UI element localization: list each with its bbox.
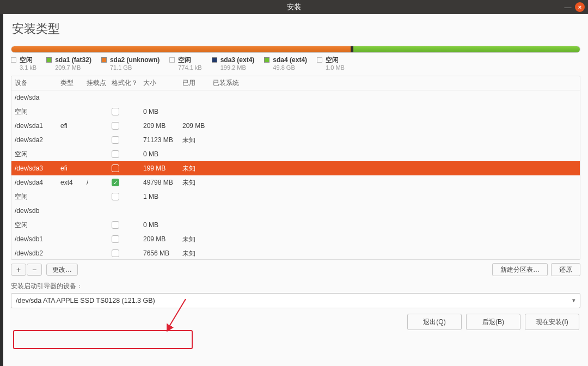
quit-button[interactable]: 退出(Q) bbox=[407, 314, 462, 330]
col-device[interactable]: 设备 bbox=[15, 78, 60, 88]
cell-used: 未知 bbox=[182, 235, 213, 244]
table-body[interactable]: /dev/sda空闲0 MB/dev/sda1efi209 MB209 MB/d… bbox=[11, 90, 580, 259]
legend-item: 空闲774.1 kB bbox=[169, 56, 201, 71]
partition-row[interactable]: /dev/sda271123 MB未知 bbox=[11, 133, 580, 147]
change-button[interactable]: 更改… bbox=[46, 264, 78, 276]
remove-partition-button[interactable]: − bbox=[27, 264, 42, 276]
col-type[interactable]: 类型 bbox=[60, 78, 87, 88]
legend-sub: 1.0 MB bbox=[326, 64, 345, 71]
close-button[interactable]: × bbox=[575, 2, 585, 12]
legend-item: sda2 (unknown)71.1 GB bbox=[101, 56, 160, 71]
minimize-button[interactable]: — bbox=[563, 2, 573, 12]
cell-size: 209 MB bbox=[143, 235, 182, 243]
cell-size: 7656 MB bbox=[143, 249, 182, 257]
legend-swatch-icon bbox=[317, 57, 322, 63]
partition-row[interactable]: /dev/sda3efi199 MB未知 bbox=[11, 161, 580, 175]
legend-item: sda1 (fat32)209.7 MB bbox=[46, 56, 91, 71]
cell-size: 209 MB bbox=[143, 122, 182, 130]
bootloader-label: 安装启动引导器的设备： bbox=[11, 282, 580, 291]
col-size[interactable]: 大小 bbox=[143, 78, 182, 88]
chevron-down-icon: ▾ bbox=[572, 297, 575, 304]
partition-row[interactable]: 空闲0 MB bbox=[11, 105, 580, 119]
format-checkbox[interactable] bbox=[112, 108, 119, 115]
partition-row[interactable]: /dev/sdb27656 MB未知 bbox=[11, 246, 580, 259]
col-format[interactable]: 格式化？ bbox=[112, 78, 143, 88]
format-checkbox[interactable] bbox=[112, 136, 119, 144]
page-title: 安装类型 bbox=[12, 21, 580, 37]
cell-size: 49798 MB bbox=[143, 179, 182, 186]
add-partition-button[interactable]: + bbox=[11, 264, 26, 276]
partition-usage-bar bbox=[11, 46, 580, 53]
install-button[interactable]: 现在安装(I) bbox=[525, 314, 579, 330]
bootloader-value: /dev/sda ATA APPLE SSD TS0128 (121.3 GB) bbox=[16, 297, 155, 304]
legend-label: sda4 (ext4) bbox=[273, 56, 307, 64]
partition-row[interactable]: 空闲1 MB bbox=[11, 190, 580, 204]
legend-item: 空闲1.0 MB bbox=[317, 56, 345, 71]
legend-item: 空闲3.1 kB bbox=[11, 56, 36, 71]
disk-row[interactable]: /dev/sda bbox=[11, 90, 580, 105]
cell-device: 空闲 bbox=[15, 192, 60, 202]
table-header: 设备 类型 挂载点 格式化？ 大小 已用 已装系统 bbox=[11, 76, 580, 90]
format-checkbox[interactable] bbox=[112, 249, 119, 257]
cell-device: /dev/sda1 bbox=[15, 122, 60, 130]
new-partition-table-button[interactable]: 新建分区表… bbox=[492, 263, 548, 276]
col-used[interactable]: 已用 bbox=[182, 78, 213, 88]
revert-button[interactable]: 还原 bbox=[551, 263, 580, 276]
back-button[interactable]: 后退(B) bbox=[466, 314, 520, 330]
cell-size: 0 MB bbox=[143, 150, 182, 158]
legend-sub: 71.1 GB bbox=[110, 64, 160, 71]
cell-device: /dev/sdb1 bbox=[15, 235, 60, 243]
format-checkbox[interactable]: ✓ bbox=[112, 179, 119, 186]
cell-device: /dev/sdb bbox=[15, 207, 60, 215]
legend-label: 空闲 bbox=[20, 56, 36, 64]
cell-format bbox=[112, 164, 143, 172]
partition-table: 设备 类型 挂载点 格式化？ 大小 已用 已装系统 /dev/sda空闲0 MB… bbox=[11, 76, 580, 260]
partition-toolbar: + − 更改… 新建分区表… 还原 bbox=[11, 263, 580, 276]
cell-format bbox=[112, 249, 143, 257]
legend-swatch-icon bbox=[264, 57, 270, 63]
partition-row[interactable]: /dev/sda4ext4/✓49798 MB未知 bbox=[11, 175, 580, 190]
cell-device: /dev/sda3 bbox=[15, 164, 60, 172]
legend-label: sda2 (unknown) bbox=[110, 56, 160, 64]
legend-item: sda4 (ext4)49.8 GB bbox=[264, 56, 307, 71]
legend-label: sda3 (ext4) bbox=[220, 56, 255, 64]
legend-swatch-icon bbox=[169, 57, 175, 63]
cell-device: /dev/sda2 bbox=[15, 136, 60, 144]
legend-swatch-icon bbox=[212, 57, 217, 63]
disk-row[interactable]: /dev/sdb bbox=[11, 204, 580, 218]
annotation-highlight-box bbox=[13, 330, 193, 349]
cell-device: 空闲 bbox=[15, 107, 60, 117]
legend-sub: 3.1 kB bbox=[20, 64, 36, 71]
format-checkbox[interactable] bbox=[112, 235, 119, 243]
content-area: 安装类型 空闲3.1 kBsda1 (fat32)209.7 MBsda2 (u… bbox=[3, 14, 588, 366]
legend-swatch-icon bbox=[46, 57, 52, 63]
legend-swatch-icon bbox=[101, 57, 107, 63]
cell-device: /dev/sda bbox=[15, 94, 60, 101]
legend-sub: 199.2 MB bbox=[220, 64, 255, 71]
format-checkbox[interactable] bbox=[112, 164, 119, 172]
format-checkbox[interactable] bbox=[112, 221, 119, 229]
col-os[interactable]: 已装系统 bbox=[213, 78, 577, 88]
col-mount[interactable]: 挂载点 bbox=[87, 78, 112, 88]
format-checkbox[interactable] bbox=[112, 150, 119, 158]
cell-device: 空闲 bbox=[15, 150, 60, 159]
usage-seg-sda2 bbox=[11, 46, 351, 52]
cell-device: /dev/sdb2 bbox=[15, 249, 60, 257]
cell-mount: / bbox=[87, 179, 112, 186]
titlebar[interactable]: 安装 — × bbox=[0, 0, 588, 14]
cell-format bbox=[112, 150, 143, 158]
format-checkbox[interactable] bbox=[112, 193, 119, 200]
cell-size: 199 MB bbox=[143, 164, 182, 172]
legend-item: sda3 (ext4)199.2 MB bbox=[212, 56, 255, 71]
format-checkbox[interactable] bbox=[112, 122, 119, 130]
partition-row[interactable]: /dev/sdb1209 MB未知 bbox=[11, 232, 580, 246]
footer-buttons: 退出(Q) 后退(B) 现在安装(I) bbox=[11, 308, 580, 331]
partition-row[interactable]: 空闲0 MB bbox=[11, 147, 580, 161]
cell-format bbox=[112, 108, 143, 115]
bootloader-combo[interactable]: /dev/sda ATA APPLE SSD TS0128 (121.3 GB)… bbox=[11, 293, 580, 308]
partition-row[interactable]: 空闲0 MB bbox=[11, 218, 580, 232]
cell-used: 未知 bbox=[182, 249, 213, 258]
partition-row[interactable]: /dev/sda1efi209 MB209 MB bbox=[11, 119, 580, 133]
cell-size: 0 MB bbox=[143, 108, 182, 115]
cell-type: efi bbox=[60, 122, 87, 130]
